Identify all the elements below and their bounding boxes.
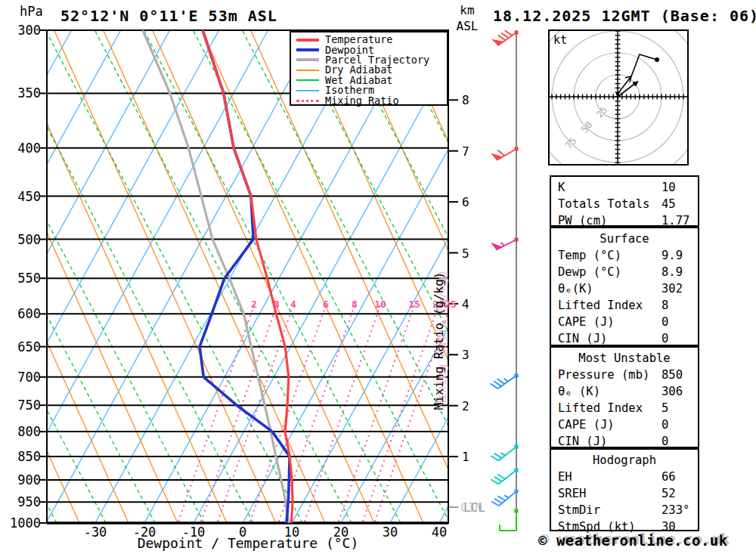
table-row: Temp (°C)9.9 xyxy=(551,247,698,264)
km-tick-label: 3 xyxy=(462,348,469,362)
stat-label: Totals Totals xyxy=(551,197,649,211)
mixing-ratio-line xyxy=(200,305,277,523)
legend-label: Mixing Ratio xyxy=(325,96,399,106)
legend-line-sample xyxy=(296,39,319,42)
pressure-tick-label: 800 xyxy=(9,424,41,439)
stat-value: 233° xyxy=(662,502,689,518)
pressure-tick-label: 900 xyxy=(9,472,41,487)
stat-value: 302 xyxy=(662,280,683,297)
legend-line-sample xyxy=(296,70,319,71)
stats-table: Most UnstablePressure (mb)850θₑ (K)306Li… xyxy=(550,346,699,448)
stat-value: 0 xyxy=(662,330,668,347)
km-tick-label: 8 xyxy=(462,93,469,107)
legend-line-sample xyxy=(296,90,319,91)
stat-label: Pressure (mb) xyxy=(551,368,649,382)
stat-value: 306 xyxy=(662,383,683,400)
km-tick-label: 1 xyxy=(462,450,469,464)
stat-value: 52 xyxy=(662,485,676,502)
table-row: Totals Totals45 xyxy=(551,196,698,212)
mixing-ratio-label: 8 xyxy=(345,299,364,310)
mixing-ratio-axis-title: Mixing Ratio (g/kg) xyxy=(432,271,446,410)
table-row: Pressure (mb)850 xyxy=(551,367,698,383)
mixing-ratio-line xyxy=(338,305,414,523)
stat-value: 8 xyxy=(662,297,668,314)
legend-line-sample xyxy=(296,48,319,51)
legend-line-sample xyxy=(296,58,319,61)
stat-label: Dewp (°C) xyxy=(551,265,621,279)
mixing-ratio-label: 2 xyxy=(244,299,264,310)
legend: TemperatureDewpointParcel TrajectoryDry … xyxy=(290,31,448,106)
pressure-tick-label: 450 xyxy=(9,189,41,204)
x-axis-title: Dewpoint / Temperature (°C) xyxy=(97,535,399,551)
temperature-curve xyxy=(203,30,293,523)
table-row: CIN (J)0 xyxy=(551,330,698,347)
stat-value: 9.9 xyxy=(662,247,683,264)
table-row: θₑ (K)306 xyxy=(551,383,698,400)
stat-value: 10 xyxy=(662,179,676,196)
copyright: © weatheronline.co.uk xyxy=(538,532,728,549)
stat-value: 0 xyxy=(662,416,668,433)
stat-label: CAPE (J) xyxy=(551,315,615,329)
stat-value: 45 xyxy=(662,196,676,212)
table-row: CAPE (J)0 xyxy=(551,314,698,330)
stat-label: θₑ (K) xyxy=(551,385,600,398)
pressure-tick-label: 350 xyxy=(9,85,41,101)
mixing-ratio-label: 15 xyxy=(404,299,424,310)
mixing-ratio-line xyxy=(304,305,380,523)
page-title: 52°12'N 0°11'E 53m ASL xyxy=(60,7,277,25)
temp-tick-label: 40 xyxy=(417,525,462,540)
km-axis-label: km xyxy=(454,3,481,17)
table-row: Lifted Index8 xyxy=(551,297,698,314)
pressure-tick-label: 400 xyxy=(9,141,41,156)
stat-value: 8.9 xyxy=(662,264,683,280)
isotherm-line xyxy=(46,30,318,523)
stat-label: CIN (J) xyxy=(551,332,607,345)
dry-adiabat-line xyxy=(54,30,276,523)
stat-label: EH xyxy=(551,470,572,484)
stat-value: 0 xyxy=(662,314,668,330)
table-row: K10 xyxy=(551,179,698,196)
wind-barb xyxy=(491,147,518,161)
km-tick-label: 5 xyxy=(462,246,469,261)
lcl-marker-label: LCL xyxy=(463,500,485,515)
mixing-ratio-label: 4 xyxy=(284,299,303,310)
pressure-tick-label: 300 xyxy=(9,23,41,38)
stat-label: Lifted Index xyxy=(551,299,643,312)
table-row: SREH52 xyxy=(551,485,698,502)
pressure-tick-label: 700 xyxy=(9,370,41,385)
mixing-ratio-label: 10 xyxy=(370,299,390,310)
wind-barb xyxy=(491,490,519,506)
skewt-sounding-page: hPa 52°12'N 0°11'E 53m ASL km ASL 18.12.… xyxy=(0,0,756,554)
mixing-ratio-label: 6 xyxy=(316,299,336,310)
table-section-title: Hodograph xyxy=(551,452,698,469)
wind-barb xyxy=(491,30,519,45)
km-tick-label: 2 xyxy=(462,399,469,413)
km-tick-label: 6 xyxy=(462,195,469,209)
surface-wind-barb xyxy=(500,511,516,531)
stats-table: SurfaceTemp (°C)9.9Dewp (°C)8.9θₑ(K)302L… xyxy=(550,227,699,346)
stat-value: 0 xyxy=(662,433,668,450)
legend-line-sample xyxy=(296,79,319,81)
stat-label: CIN (J) xyxy=(551,435,607,448)
pressure-tick-label: 850 xyxy=(9,449,41,464)
stat-label: CAPE (J) xyxy=(551,418,615,432)
table-row: Lifted Index5 xyxy=(551,400,698,416)
wind-barb xyxy=(491,469,518,484)
stat-label: Temp (°C) xyxy=(551,249,621,262)
hodograph-unit-label: kt xyxy=(553,33,567,47)
table-row: CIN (J)0 xyxy=(551,433,698,450)
wind-barb xyxy=(491,445,518,461)
table-section-title: Surface xyxy=(551,231,698,247)
pressure-tick-label: 1000 xyxy=(9,515,41,531)
stat-label: Lifted Index xyxy=(551,401,643,415)
table-row: CAPE (J)0 xyxy=(551,416,698,433)
wind-barb xyxy=(491,374,519,389)
legend-item: Mixing Ratio xyxy=(291,95,447,105)
pressure-tick-label: 550 xyxy=(9,271,41,286)
table-row: θₑ(K)302 xyxy=(551,280,698,297)
pressure-tick-label: 600 xyxy=(9,306,41,321)
pressure-tick-label: 750 xyxy=(9,398,41,413)
date-title: 18.12.2025 12GMT (Base: 06) xyxy=(493,7,756,25)
stat-label: K xyxy=(551,181,565,194)
stat-value: 66 xyxy=(662,469,676,485)
